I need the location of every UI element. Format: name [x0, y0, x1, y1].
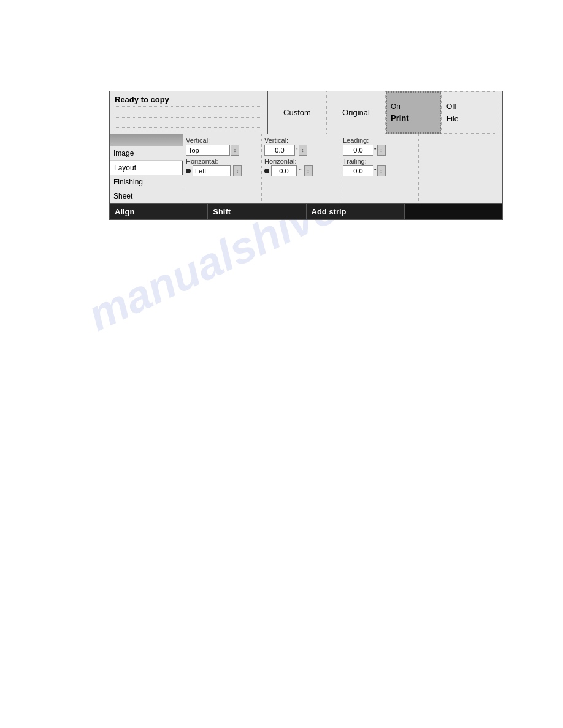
strip-trailing-unit: "	[374, 168, 377, 175]
tab-print[interactable]: On Print	[386, 91, 441, 134]
shift-horizontal-unit: "	[299, 168, 302, 175]
bottom-tab-align[interactable]: Align	[110, 204, 208, 219]
sidebar-item-image[interactable]: Image	[110, 146, 183, 161]
shift-vertical-row: Vertical: " ↕	[264, 137, 337, 156]
top-row: Ready to copy Custom Original On Print O…	[110, 91, 502, 134]
status-panel: Ready to copy	[110, 91, 268, 134]
columns-row: Vertical: ↕ Horizontal: ↕	[183, 134, 502, 203]
strip-leading-row: Leading: " ↕	[343, 137, 416, 156]
sidebar-item-sheet[interactable]: Sheet	[110, 189, 183, 203]
tab-original[interactable]: Original	[327, 91, 386, 134]
sidebar-item-finishing[interactable]: Finishing	[110, 175, 183, 189]
shift-horizontal-label: Horizontal:	[264, 157, 337, 165]
add-strip-column: Leading: " ↕ Trailing: " ↕	[340, 134, 419, 203]
strip-leading-input-row: " ↕	[343, 145, 416, 156]
align-horizontal-label: Horizontal:	[186, 157, 259, 165]
align-column: Vertical: ↕ Horizontal: ↕	[183, 134, 262, 203]
status-line2	[115, 119, 262, 128]
extra-column	[419, 134, 502, 203]
strip-leading-unit: "	[374, 147, 377, 154]
align-vertical-input[interactable]	[186, 145, 230, 156]
bottom-tab-extra[interactable]	[405, 204, 502, 219]
strip-leading-label: Leading:	[343, 137, 416, 144]
main-panel: Ready to copy Custom Original On Print O…	[109, 91, 503, 220]
strip-trailing-input-row: " ↕	[343, 165, 416, 176]
shift-vertical-input-row: " ↕	[264, 145, 337, 156]
status-title: Ready to copy	[115, 95, 262, 107]
shift-column: Vertical: " ↕ Horizontal: "	[262, 134, 340, 203]
align-vertical-spinner[interactable]: ↕	[231, 145, 239, 156]
sidebar: Image Layout Finishing Sheet	[110, 134, 183, 203]
tab-custom[interactable]: Custom	[268, 91, 327, 134]
align-horizontal-input-row: ↕	[186, 165, 259, 176]
align-horizontal-spinner[interactable]: ↕	[233, 165, 242, 176]
shift-horizontal-input[interactable]	[271, 165, 297, 176]
align-vertical-input-row: ↕	[186, 145, 259, 156]
status-line1	[115, 109, 262, 118]
strip-trailing-label: Trailing:	[343, 157, 416, 165]
align-horizontal-row: Horizontal: ↕	[186, 157, 259, 176]
shift-vertical-unit: "	[296, 147, 298, 154]
shift-vertical-input[interactable]	[264, 145, 295, 156]
tab-file-label: File	[446, 115, 458, 123]
align-vertical-row: Vertical: ↕	[186, 137, 259, 156]
shift-horizontal-spinner[interactable]: ↕	[304, 165, 313, 176]
strip-trailing-row: Trailing: " ↕	[343, 157, 416, 176]
tab-print-on-label: On	[391, 102, 400, 111]
tab-off-file[interactable]: Off File	[441, 91, 497, 134]
content-area: Vertical: ↕ Horizontal: ↕	[183, 134, 502, 203]
bottom-tab-shift[interactable]: Shift	[208, 204, 306, 219]
tab-print-label: Print	[391, 113, 409, 123]
shift-horizontal-input-row: " ↕	[264, 165, 337, 176]
bottom-tab-add-strip[interactable]: Add strip	[307, 204, 405, 219]
sidebar-item-layout[interactable]: Layout	[110, 161, 183, 175]
shift-horizontal-row: Horizontal: " ↕	[264, 157, 337, 176]
strip-trailing-input[interactable]	[343, 165, 373, 176]
shift-vertical-label: Vertical:	[264, 137, 337, 144]
align-horizontal-input[interactable]	[193, 165, 231, 176]
tab-off-label: Off	[446, 102, 456, 111]
bottom-tabs-row: Align Shift Add strip	[110, 204, 502, 219]
shift-radio-dot	[264, 169, 269, 173]
shift-vertical-spinner[interactable]: ↕	[299, 145, 307, 156]
align-vertical-label: Vertical:	[186, 137, 259, 144]
sidebar-header	[110, 134, 183, 146]
strip-trailing-spinner[interactable]: ↕	[377, 165, 386, 176]
strip-leading-input[interactable]	[343, 145, 373, 156]
strip-leading-spinner[interactable]: ↕	[377, 145, 386, 156]
align-radio-dot	[186, 169, 191, 173]
middle-row: Image Layout Finishing Sheet Vertical:	[110, 134, 502, 204]
